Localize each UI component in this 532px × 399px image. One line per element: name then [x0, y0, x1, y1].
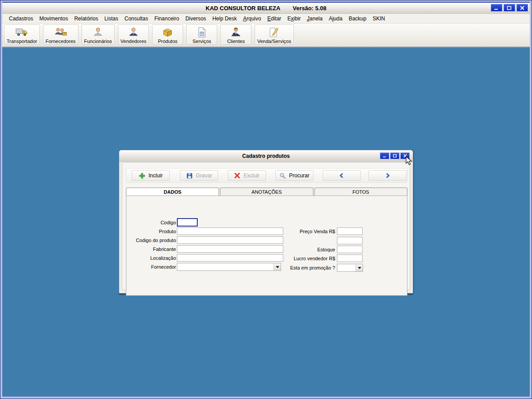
seller-icon [127, 26, 140, 39]
toolbar-produtos-button[interactable]: Produtos [152, 24, 183, 45]
dialog-maximize-button[interactable] [390, 153, 399, 159]
suppliers-icon [54, 26, 68, 39]
menu-financeiro[interactable]: Financeiro [151, 14, 182, 23]
menu-exibir[interactable]: Exibir [284, 14, 304, 23]
app-version: Versão: 5.08 [293, 5, 326, 12]
excluir-button[interactable]: Excluir [228, 170, 266, 181]
main-toolbar: Transportador Fornecedores [2, 23, 530, 47]
dialog-title: Cadastro produtos [242, 153, 289, 159]
tab-anotacoes[interactable]: ANOTAÇÕES [220, 188, 313, 196]
chevron-left-icon [339, 172, 345, 179]
toolbar-label: Vendedores [121, 39, 147, 44]
box-icon [161, 26, 174, 39]
mouse-cursor [406, 156, 412, 165]
plus-icon [139, 172, 145, 179]
cadastro-produtos-dialog: Cadastro produtos Incluir [119, 150, 413, 293]
menu-janela[interactable]: Janela [304, 14, 325, 23]
fabricante-input[interactable] [177, 245, 283, 253]
estoque-label: Estoque [276, 247, 335, 252]
toolbar-label: Fornecedores [46, 39, 76, 44]
chevron-right-icon [384, 172, 391, 179]
delete-x-icon [234, 172, 240, 179]
menu-consultas[interactable]: Consultas [121, 14, 151, 23]
procurar-label: Procurar [289, 172, 309, 179]
menu-helpdesk[interactable]: Help Desk [209, 14, 240, 23]
localizacao-input[interactable] [177, 254, 283, 262]
toolbar-servicos-button[interactable]: Serviços [186, 24, 217, 45]
codigo-input[interactable] [177, 218, 198, 227]
document-pencil-icon [267, 26, 281, 39]
tab-content-dados: Codigo Produto Codigo do produto Fabrica… [126, 196, 407, 296]
produto-label: Produto [127, 229, 176, 234]
toolbar-vendedores-button[interactable]: Vendedores [118, 24, 149, 45]
minimize-button[interactable] [491, 4, 502, 12]
close-icon [520, 6, 525, 10]
menubar: Cadastros Movimentos Relatórios Listas C… [2, 14, 530, 23]
tab-fotos[interactable]: FOTOS [314, 188, 407, 196]
lucro-vendedor-input[interactable] [337, 254, 363, 262]
menu-skin[interactable]: SKIN [369, 14, 388, 23]
codigo-do-produto-label: Codigo do produto [127, 238, 176, 243]
client-icon [230, 26, 242, 39]
localizacao-label: Localização [127, 255, 176, 261]
preco-venda-input[interactable] [337, 227, 363, 235]
dialog-window-controls [380, 153, 410, 159]
menu-relatorios[interactable]: Relatórios [71, 14, 101, 23]
menu-ajuda[interactable]: Ajuda [326, 14, 346, 23]
previous-record-button[interactable] [323, 170, 361, 181]
campo-extra-input[interactable] [337, 237, 363, 244]
produto-input[interactable] [177, 227, 283, 235]
toolbar-transportador-button[interactable]: Transportador [4, 24, 40, 45]
minimize-icon [494, 6, 499, 10]
menu-editar[interactable]: Editar [264, 14, 284, 23]
maximize-icon [507, 6, 512, 10]
toolbar-clientes-button[interactable]: Clientes [220, 24, 251, 45]
toolbar-label: Serviços [192, 39, 211, 44]
next-record-button[interactable] [368, 170, 407, 181]
lucro-vendedor-label: Lucro vendedor R$ [276, 256, 335, 261]
dialog-button-panel: Incluir Gravar Excluir [126, 168, 407, 183]
promocao-label: Esta em promoção ? [276, 265, 335, 270]
menu-arquivo[interactable]: Arquivo [240, 14, 264, 23]
toolbar-label: Produtos [158, 39, 177, 44]
toolbar-fornecedores-button[interactable]: Fornecedores [43, 24, 78, 45]
dialog-minimize-button[interactable] [380, 153, 389, 159]
promocao-dropdown-button[interactable] [356, 264, 363, 271]
truck-icon [15, 26, 29, 39]
minimize-icon [383, 154, 387, 158]
procurar-button[interactable]: Procurar [275, 170, 313, 181]
fornecedor-label: Fornecedor [127, 264, 176, 270]
search-icon [279, 172, 286, 179]
codigo-label: Codigo [127, 220, 176, 225]
menu-movimentos[interactable]: Movimentos [36, 14, 71, 23]
save-icon [186, 172, 193, 179]
close-button[interactable] [516, 4, 528, 12]
estoque-input[interactable] [337, 246, 363, 253]
document-icon [196, 26, 207, 39]
gravar-label: Gravar [196, 172, 212, 179]
toolbar-venda-servicos-button[interactable]: Venda/Serviços [254, 24, 293, 45]
incluir-label: Incluir [149, 172, 163, 179]
incluir-button[interactable]: Incluir [132, 170, 170, 181]
maximize-button[interactable] [504, 4, 515, 12]
app-title: KAD CONSULTOR BELEZA [206, 5, 281, 12]
fornecedor-combobox[interactable] [177, 263, 281, 271]
toolbar-label: Venda/Serviços [257, 39, 291, 44]
window-controls [491, 4, 528, 12]
tab-dados[interactable]: DADOS [126, 188, 219, 196]
dialog-titlebar: Cadastro produtos [119, 150, 413, 162]
codigo-do-produto-input[interactable] [177, 236, 283, 244]
menu-cadastros[interactable]: Cadastros [6, 14, 36, 23]
employee-icon [92, 26, 104, 39]
dialog-body: Incluir Gravar Excluir [122, 162, 410, 290]
menu-listas[interactable]: Listas [101, 14, 121, 23]
toolbar-label: Transportador [7, 39, 37, 44]
chevron-down-icon [358, 267, 361, 269]
dialog-tabs: DADOS ANOTAÇÕES FOTOS [126, 188, 407, 196]
gravar-button[interactable]: Gravar [180, 170, 218, 181]
preco-venda-label: Preço Venda R$ [276, 229, 335, 234]
promocao-combobox[interactable] [337, 264, 363, 272]
menu-diversos[interactable]: Diversos [182, 14, 209, 23]
menu-backup[interactable]: Backup [345, 14, 369, 23]
toolbar-funcionarios-button[interactable]: Funcionários [82, 24, 115, 45]
